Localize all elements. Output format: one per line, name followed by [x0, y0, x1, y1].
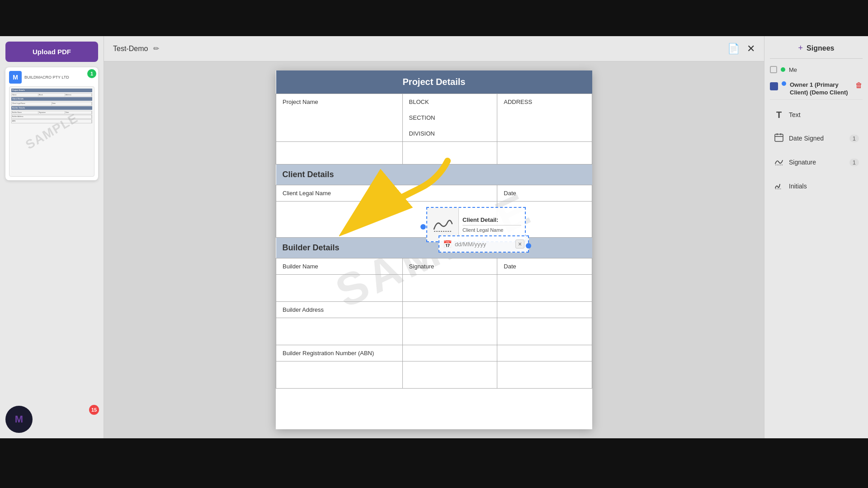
project-details-value-row	[276, 142, 592, 164]
connector-dot-right	[526, 243, 531, 249]
signature-count: 1	[849, 159, 859, 166]
top-bar	[0, 0, 868, 36]
pdf-page: SAMPLE Project Details Project Name BLOC…	[276, 70, 592, 429]
signature-type-label: Signature	[789, 159, 845, 166]
builder-address-sig-val2	[402, 318, 497, 345]
block-section-division-cell: BLOCK SECTION DIVISION	[402, 94, 497, 142]
owner-status-dot	[782, 81, 786, 86]
client-details-label-row: Client Legal Name Date	[276, 185, 592, 202]
right-sidebar: + Signees Me Owner 1 (Primary Client) (D…	[764, 36, 868, 438]
builder-abn-row: Builder Registration Number (ABN)	[276, 345, 592, 361]
project-details-label-row: Project Name BLOCK SECTION DIVISION ADDR…	[276, 94, 592, 142]
field-type-initials[interactable]: Initials	[770, 176, 863, 197]
delete-owner-button[interactable]: 🗑	[855, 81, 863, 89]
me-status-dot	[781, 67, 785, 72]
builder-abn-sig-val2	[402, 361, 497, 389]
initials-type-icon	[774, 181, 784, 192]
thumbnail-inner: Project Details Name Block Address Clien…	[9, 87, 94, 126]
doc-header: Test-Demo ✏ 📄 ✕	[104, 36, 764, 61]
thumb-row-2: Client Legal Name Date	[11, 102, 92, 106]
thumbnail-badge: 1	[87, 69, 96, 78]
signee-me: Me	[770, 64, 863, 75]
builder-address-row: Builder Address	[276, 302, 592, 318]
thumb-section-1: Project Details	[11, 89, 92, 92]
calendar-icon: 📅	[443, 240, 452, 249]
builder-address-value-row	[276, 318, 592, 345]
project-details-header-row: Project Details	[276, 70, 592, 94]
svg-rect-2	[775, 134, 783, 141]
builder-name-label: Builder Name	[276, 258, 403, 275]
date-signed-label: Date Signed	[789, 135, 845, 142]
project-details-header: Project Details	[276, 70, 592, 94]
thumbnail-preview: Project Details Name Block Address Clien…	[9, 86, 94, 177]
thumb-section-3: Builder Details	[11, 106, 92, 110]
builder-signature-value	[402, 275, 497, 302]
builder-abn-date-value	[497, 345, 592, 361]
client-details-header: Client Details	[276, 164, 592, 185]
thumb-section-2: Client Details	[11, 97, 92, 101]
doc-title: Test-Demo	[113, 45, 148, 53]
pdf-thumbnail[interactable]: M BUILDMACRO PTY LTD 1 Project Details N…	[5, 67, 98, 180]
center-area: Test-Demo ✏ 📄 ✕ SAMPLE Project Details	[104, 36, 764, 438]
builder-abn-sig-value	[402, 345, 497, 361]
date-field-overlay[interactable]: 📅 dd/MM/yyyy ×	[439, 235, 529, 253]
file-icon[interactable]: 📄	[727, 43, 740, 55]
date-signed-count: 1	[849, 135, 859, 142]
add-signee-icon[interactable]: +	[798, 43, 803, 53]
date-close-button[interactable]: ×	[515, 239, 524, 249]
builder-signature-label: Signature	[402, 258, 497, 275]
field-type-text[interactable]: T Text	[770, 105, 863, 125]
builder-abn-value-row	[276, 361, 592, 389]
owner-name: Owner 1 (Primary Client) (Demo Client)	[790, 81, 852, 97]
thumbnail-logo: M	[9, 71, 22, 84]
field-type-signature[interactable]: Signature 1	[770, 152, 863, 173]
doc-actions: 📄 ✕	[727, 43, 755, 55]
left-sidebar: Upload PDF M BUILDMACRO PTY LTD 1 Projec…	[0, 36, 104, 438]
sig-title: Client Detail:	[462, 216, 521, 225]
doc-canvas: SAMPLE Project Details Project Name BLOC…	[104, 61, 764, 438]
initials-type-label: Initials	[789, 183, 859, 190]
close-button[interactable]: ✕	[747, 43, 755, 55]
address-label: ADDRESS	[497, 94, 592, 142]
client-date-label: Date	[497, 185, 592, 202]
date-placeholder: dd/MM/yyyy	[455, 241, 513, 248]
builder-address-date-value	[497, 302, 592, 318]
signees-header: + Signees	[770, 43, 863, 59]
builder-address-sig-value	[402, 302, 497, 318]
thumbnail-header: M BUILDMACRO PTY LTD	[9, 71, 94, 84]
me-label: Me	[789, 66, 797, 73]
builder-address-value	[276, 318, 403, 345]
owner-icon	[770, 82, 778, 90]
sig-text-area: Client Detail: Client Legal Name	[459, 214, 525, 235]
builder-abn-label: Builder Registration Number (ABN)	[276, 345, 403, 361]
thumb-row-3: Builder Name Signature Date	[11, 111, 92, 115]
builder-abn-date-val2	[497, 361, 592, 389]
field-type-date-signed[interactable]: Date Signed 1	[770, 128, 863, 149]
builder-details-label-row: Builder Name Signature Date	[276, 258, 592, 275]
text-field-label: Text	[789, 111, 859, 118]
builder-address-date-val2	[497, 318, 592, 345]
builder-date-value	[497, 275, 592, 302]
owner-signee-row: Owner 1 (Primary Client) (Demo Client) 🗑	[770, 79, 863, 100]
project-block-value	[402, 142, 497, 164]
bottom-bar	[0, 438, 868, 488]
builder-name-value	[276, 275, 403, 302]
thumb-row-4: Builder Address	[11, 115, 92, 119]
date-signed-icon	[774, 133, 784, 144]
builder-name-value-row	[276, 275, 592, 302]
signees-label: Signees	[807, 44, 834, 52]
client-legal-name-label: Client Legal Name	[276, 185, 497, 202]
sig-subtitle: Client Legal Name	[462, 227, 521, 233]
project-name-value	[276, 142, 403, 164]
app-icon[interactable]: M	[5, 406, 33, 433]
upload-pdf-button[interactable]: Upload PDF	[5, 42, 98, 62]
main-area: Upload PDF M BUILDMACRO PTY LTD 1 Projec…	[0, 36, 868, 438]
connector-dot-left	[420, 224, 426, 230]
signature-icon	[432, 216, 454, 234]
project-address-value	[497, 142, 592, 164]
me-checkbox[interactable]	[770, 66, 777, 73]
edit-icon[interactable]: ✏	[153, 44, 159, 53]
text-field-icon: T	[774, 110, 784, 120]
builder-date-label: Date	[497, 258, 592, 275]
builder-address-label: Builder Address	[276, 302, 403, 318]
